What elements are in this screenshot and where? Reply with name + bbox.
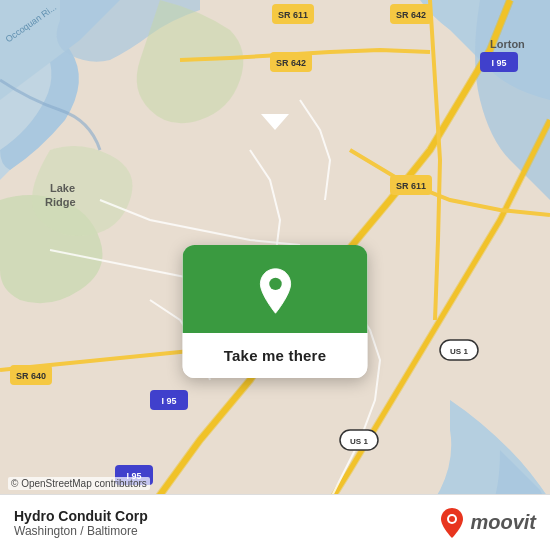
place-region: Washington / Baltimore xyxy=(14,524,148,538)
svg-text:SR 642: SR 642 xyxy=(276,58,306,68)
svg-text:SR 611: SR 611 xyxy=(396,181,426,191)
svg-text:I 95: I 95 xyxy=(491,58,506,68)
svg-point-29 xyxy=(449,516,455,522)
svg-text:Ridge: Ridge xyxy=(45,196,76,208)
svg-text:I 95: I 95 xyxy=(161,396,176,406)
place-info: Hydro Conduit Corp Washington / Baltimor… xyxy=(14,508,148,538)
popup-wrapper: Take me there xyxy=(261,115,289,130)
popup-tail xyxy=(261,114,289,130)
map-attribution: © OpenStreetMap contributors xyxy=(8,477,150,490)
svg-text:Lorton: Lorton xyxy=(490,38,525,50)
svg-text:Lake: Lake xyxy=(50,182,75,194)
svg-point-27 xyxy=(269,278,281,290)
map-container: I 95 I 95 I 95 US 1 US 1 US 1 SR 611 SR … xyxy=(0,0,550,550)
moovit-logo: moovit xyxy=(438,507,536,539)
svg-text:SR 640: SR 640 xyxy=(16,371,46,381)
moovit-text: moovit xyxy=(470,511,536,534)
moovit-pin-icon xyxy=(438,507,466,539)
svg-text:SR 611: SR 611 xyxy=(278,10,308,20)
location-pin-icon xyxy=(251,267,299,315)
take-me-there-button[interactable]: Take me there xyxy=(183,333,368,378)
popup-card: Take me there xyxy=(183,245,368,378)
svg-text:US 1: US 1 xyxy=(350,437,368,446)
svg-text:SR 642: SR 642 xyxy=(396,10,426,20)
popup-header xyxy=(183,245,368,333)
svg-text:US 1: US 1 xyxy=(450,347,468,356)
place-name: Hydro Conduit Corp xyxy=(14,508,148,524)
bottom-bar: Hydro Conduit Corp Washington / Baltimor… xyxy=(0,494,550,550)
